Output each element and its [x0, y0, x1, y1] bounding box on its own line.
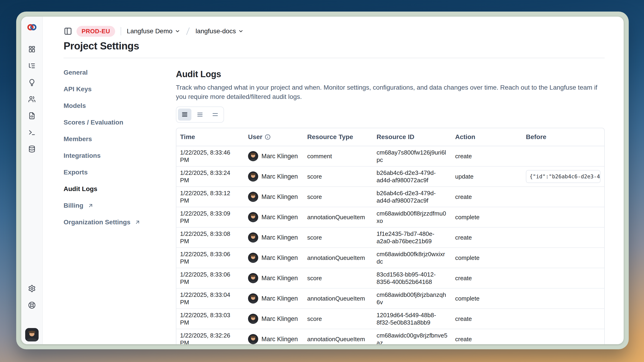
audit-user: Marc Klingen	[244, 268, 304, 288]
window-frame: PROD-EU Langfuse Demo langfuse-docs Proj…	[16, 11, 629, 349]
rows-small-icon	[182, 111, 188, 118]
column-header-user[interactable]: User	[244, 128, 304, 146]
settings-nav-integrations[interactable]: Integrations	[64, 147, 176, 164]
audit-resource-type: comment	[304, 146, 373, 166]
audit-resource-type: annotationQueueItem	[304, 329, 373, 344]
settings-nav-organization-settings[interactable]: Organization Settings	[64, 214, 176, 231]
table-row[interactable]: 1/22/2025, 8:33:12 PM Marc Klingen score…	[176, 187, 604, 207]
audit-before	[522, 146, 604, 166]
column-header-before[interactable]: Before	[522, 128, 604, 146]
lightbulb-icon[interactable]	[28, 78, 36, 86]
table-row[interactable]: 1/22/2025, 8:33:06 PM Marc Klingen annot…	[176, 248, 604, 268]
before-json-preview[interactable]: {"id":"b26ab4c6-d2e3-479d-a	[526, 170, 600, 183]
settings-nav-audit-logs[interactable]: Audit Logs	[64, 181, 176, 197]
table-row[interactable]: 1/22/2025, 8:33:08 PM Marc Klingen score…	[176, 227, 604, 248]
chevron-down-icon	[175, 28, 180, 34]
table-row[interactable]: 1/22/2025, 8:32:26 PM Marc Klingen annot…	[176, 329, 604, 344]
audit-resource-id: 1f1e2435-7bd7-480e-a2a0-ab76bec21b69	[373, 227, 452, 248]
audit-resource-type: annotationQueueItem	[304, 207, 373, 227]
audit-action: create	[452, 227, 522, 248]
page-title: Project Settings	[64, 40, 605, 52]
table-row[interactable]: 1/22/2025, 8:33:04 PM Marc Klingen annot…	[176, 288, 604, 309]
table-row[interactable]: 1/22/2025, 8:33:24 PM Marc Klingen score…	[176, 166, 604, 187]
row-height-toggle	[176, 106, 224, 123]
column-header-resource-type[interactable]: Resource Type	[304, 128, 373, 146]
audit-user: Marc Klingen	[244, 146, 304, 166]
column-header-resource-id[interactable]: Resource ID	[373, 128, 452, 146]
sidebar-toggle-icon[interactable]	[64, 27, 72, 35]
info-icon	[265, 134, 271, 140]
settings-nav-general[interactable]: General	[64, 64, 176, 81]
divider	[121, 27, 121, 35]
settings-nav-models[interactable]: Models	[64, 97, 176, 114]
row-height-large-button[interactable]	[208, 109, 222, 121]
audit-action: create	[452, 329, 522, 344]
database-icon[interactable]	[28, 145, 36, 153]
audit-before	[522, 329, 604, 344]
audit-logs-section: Audit Logs Track who changed what in you…	[176, 58, 605, 344]
audit-time: 1/22/2025, 8:33:04 PM	[176, 288, 244, 309]
audit-resource-id: cm68awidb00fj8rjzbanzqh6v	[373, 288, 452, 309]
support-lifebuoy-icon[interactable]	[28, 301, 36, 309]
audit-resource-id: 83cd1563-bb95-4012-8356-400b52b64168	[373, 268, 452, 288]
row-height-medium-button[interactable]	[193, 109, 207, 121]
user-avatar	[248, 212, 258, 222]
audit-before	[522, 248, 604, 268]
settings-nav-api-keys[interactable]: API Keys	[64, 81, 176, 97]
table-row[interactable]: 1/22/2025, 8:33:06 PM Marc Klingen score…	[176, 268, 604, 288]
user-avatar[interactable]	[25, 328, 38, 342]
column-header-time[interactable]: Time	[176, 128, 244, 146]
user-avatar	[248, 232, 258, 243]
column-header-action[interactable]: Action	[452, 128, 522, 146]
breadcrumb-org[interactable]: Langfuse Demo	[127, 27, 180, 35]
audit-resource-id: cm68awidb00fk8rjz0wxixrdc	[373, 248, 452, 268]
playground-terminal-icon[interactable]	[28, 128, 36, 136]
audit-before	[522, 187, 604, 207]
row-height-small-button[interactable]	[178, 109, 192, 121]
audit-time: 1/22/2025, 8:33:09 PM	[176, 207, 244, 227]
audit-logs-table: Time User Resource Type Resource ID Acti…	[176, 128, 605, 344]
audit-before	[522, 227, 604, 248]
audit-resource-id: b26ab4c6-d2e3-479d-ad4d-af980072ac9f	[373, 166, 452, 187]
tracing-tree-icon[interactable]	[28, 62, 36, 70]
environment-badge[interactable]: PROD-EU	[76, 26, 115, 37]
audit-resource-type: score	[304, 166, 373, 187]
breadcrumb-separator	[186, 27, 190, 35]
table-row[interactable]: 1/22/2025, 8:33:03 PM Marc Klingen score…	[176, 309, 604, 329]
table-row[interactable]: 1/22/2025, 8:33:46 PM Marc Klingen comme…	[176, 146, 604, 166]
settings-nav-billing[interactable]: Billing	[64, 197, 176, 214]
chevron-down-icon	[238, 28, 244, 34]
audit-time: 1/22/2025, 8:33:12 PM	[176, 187, 244, 207]
external-link-arrow-icon	[88, 203, 94, 209]
audit-resource-type: score	[304, 309, 373, 329]
audit-action: create	[452, 268, 522, 288]
page-header: PROD-EU Langfuse Demo langfuse-docs Proj…	[64, 17, 605, 58]
audit-user: Marc Klingen	[244, 166, 304, 187]
audit-user: Marc Klingen	[244, 207, 304, 227]
user-avatar	[248, 151, 258, 161]
icon-rail	[21, 17, 43, 344]
audit-user: Marc Klingen	[244, 248, 304, 268]
settings-nav-exports[interactable]: Exports	[64, 164, 176, 181]
audit-time: 1/22/2025, 8:33:06 PM	[176, 248, 244, 268]
dashboard-icon[interactable]	[28, 45, 36, 53]
users-icon[interactable]	[28, 95, 36, 103]
settings-nav-scores-evaluation[interactable]: Scores / Evaluation	[64, 114, 176, 131]
settings-nav-members[interactable]: Members	[64, 131, 176, 147]
rows-large-icon	[212, 111, 218, 118]
settings-nav: General API Keys Models Scores / Evaluat…	[64, 58, 176, 344]
datasets-file-code-icon[interactable]	[28, 112, 36, 120]
settings-gear-icon[interactable]	[28, 285, 36, 293]
audit-resource-id: cm68ay7s800fw126j9uri6lpc	[373, 146, 452, 166]
audit-resource-type: annotationQueueItem	[304, 248, 373, 268]
breadcrumb-project[interactable]: langfuse-docs	[196, 27, 244, 35]
audit-action: complete	[452, 288, 522, 309]
section-heading: Audit Logs	[176, 69, 605, 79]
user-avatar	[248, 171, 258, 182]
langfuse-logo[interactable]	[27, 22, 37, 32]
audit-action: create	[452, 146, 522, 166]
table-row[interactable]: 1/22/2025, 8:33:09 PM Marc Klingen annot…	[176, 207, 604, 227]
audit-user: Marc Klingen	[244, 227, 304, 248]
audit-time: 1/22/2025, 8:33:03 PM	[176, 309, 244, 329]
audit-before	[522, 268, 604, 288]
